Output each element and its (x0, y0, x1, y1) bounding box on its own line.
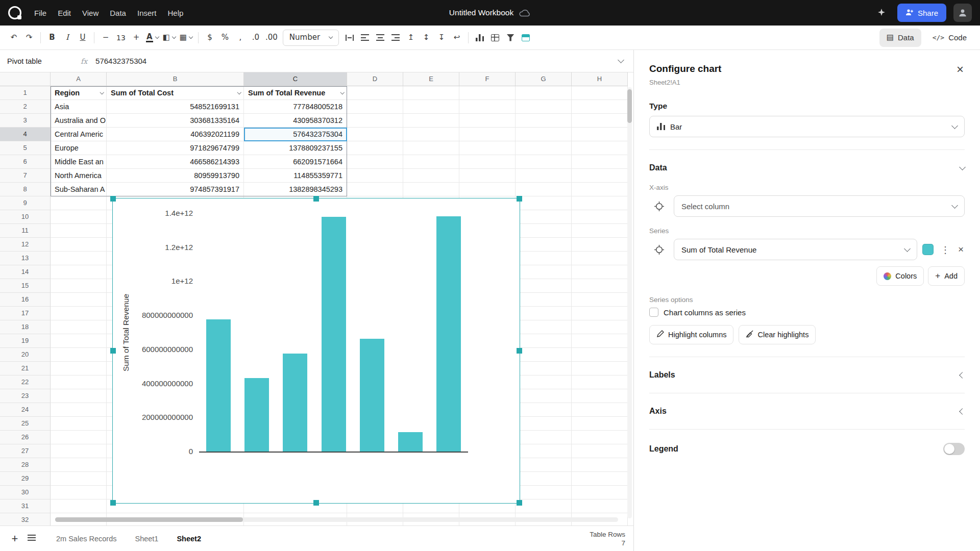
column-header-B[interactable]: B (107, 72, 244, 86)
cell-A19[interactable] (51, 334, 107, 348)
menu-edit[interactable]: Edit (52, 6, 77, 20)
cell-A22[interactable] (51, 375, 107, 389)
currency-format-button[interactable]: $ (202, 29, 217, 46)
cell-G26[interactable] (516, 431, 572, 444)
cell-H3[interactable] (572, 114, 628, 128)
cell-D8[interactable] (347, 183, 403, 196)
row-header-18[interactable]: 18 (0, 320, 51, 334)
labels-section-header[interactable]: Labels (649, 369, 965, 381)
cell-A18[interactable] (51, 320, 107, 334)
cell-C7[interactable]: 114855359771 (244, 169, 347, 183)
cell-G25[interactable] (516, 417, 572, 431)
row-header-19[interactable]: 19 (0, 334, 51, 348)
cell-A7[interactable]: North America (51, 169, 107, 183)
cell-G15[interactable] (516, 279, 572, 293)
row-header-9[interactable]: 9 (0, 196, 51, 210)
column-header-H[interactable]: H (572, 72, 628, 86)
merge-cells-button[interactable] (342, 29, 357, 46)
cell-F1[interactable] (459, 86, 516, 100)
cell-H13[interactable] (572, 252, 628, 265)
cell-H11[interactable] (572, 224, 628, 238)
chart-type-select[interactable]: Bar (649, 116, 965, 137)
underline-button[interactable]: U (75, 29, 90, 46)
align-right-button[interactable] (388, 29, 403, 46)
menu-file[interactable]: File (29, 6, 52, 20)
cell-H21[interactable] (572, 362, 628, 375)
row-header-25[interactable]: 25 (0, 417, 51, 431)
column-header-D[interactable]: D (347, 72, 403, 86)
cell-G10[interactable] (516, 210, 572, 224)
cell-A4[interactable]: Central Americ (51, 128, 107, 141)
cell-A11[interactable] (51, 224, 107, 238)
cell-A8[interactable]: Sub-Saharan A (51, 183, 107, 196)
row-header-17[interactable]: 17 (0, 307, 51, 320)
row-header-32[interactable]: 32 (0, 513, 51, 525)
add-series-button[interactable]: + Add (928, 266, 965, 286)
cell-H8[interactable] (572, 183, 628, 196)
cell-G1[interactable] (516, 86, 572, 100)
cell-C5[interactable]: 1378809237155 (244, 141, 347, 155)
name-box[interactable]: Pivot table (0, 57, 77, 65)
number-format-select[interactable]: Number (283, 30, 339, 46)
cell-H31[interactable] (572, 499, 628, 513)
cell-A28[interactable] (51, 458, 107, 472)
cell-A13[interactable] (51, 252, 107, 265)
row-header-16[interactable]: 16 (0, 293, 51, 307)
cell-H16[interactable] (572, 293, 628, 307)
cell-B3[interactable]: 303681335164 (107, 114, 244, 128)
menu-insert[interactable]: Insert (132, 6, 162, 20)
cell-B5[interactable]: 971829674799 (107, 141, 244, 155)
row-header-21[interactable]: 21 (0, 362, 51, 375)
cell-F4[interactable] (459, 128, 516, 141)
spreadsheet-grid[interactable]: ABCDEFGH 1RegionSum of Total CostSum of … (0, 72, 633, 525)
cell-G27[interactable] (516, 444, 572, 458)
cell-A1[interactable]: Region (51, 86, 107, 100)
column-dropdown-icon[interactable] (340, 90, 344, 94)
cell-E7[interactable] (403, 169, 459, 183)
row-header-23[interactable]: 23 (0, 389, 51, 403)
column-header-E[interactable]: E (403, 72, 459, 86)
cell-B7[interactable]: 80959913790 (107, 169, 244, 183)
legend-toggle[interactable] (943, 443, 965, 455)
cell-E1[interactable] (403, 86, 459, 100)
column-header-C[interactable]: C (244, 72, 347, 86)
cell-H25[interactable] (572, 417, 628, 431)
row-header-12[interactable]: 12 (0, 238, 51, 252)
add-sheet-button[interactable]: + (7, 532, 22, 545)
cell-G28[interactable] (516, 458, 572, 472)
valign-middle-button[interactable]: ↕ (419, 29, 434, 46)
app-logo-icon[interactable] (8, 6, 21, 19)
cell-D5[interactable] (347, 141, 403, 155)
cell-B2[interactable]: 548521699131 (107, 100, 244, 114)
cell-A27[interactable] (51, 444, 107, 458)
row-header-8[interactable]: 8 (0, 183, 51, 196)
cell-G20[interactable] (516, 348, 572, 362)
cell-H30[interactable] (572, 486, 628, 499)
cell-H23[interactable] (572, 389, 628, 403)
cell-E3[interactable] (403, 114, 459, 128)
cell-D1[interactable] (347, 86, 403, 100)
row-header-10[interactable]: 10 (0, 210, 51, 224)
menu-help[interactable]: Help (162, 6, 189, 20)
row-header-31[interactable]: 31 (0, 499, 51, 513)
chart-resize-handle[interactable] (313, 500, 319, 506)
series-menu-icon[interactable]: ⋮ (939, 244, 952, 255)
row-header-6[interactable]: 6 (0, 155, 51, 169)
cell-A3[interactable]: Australia and O (51, 114, 107, 128)
cell-G17[interactable] (516, 307, 572, 320)
cell-C2[interactable]: 777848005218 (244, 100, 347, 114)
cell-C3[interactable]: 430958370312 (244, 114, 347, 128)
row-header-3[interactable]: 3 (0, 114, 51, 128)
cell-A21[interactable] (51, 362, 107, 375)
filter-button[interactable] (503, 29, 518, 46)
menu-view[interactable]: View (77, 6, 104, 20)
align-left-button[interactable] (357, 29, 373, 46)
series-target-button[interactable] (649, 240, 669, 259)
cell-E6[interactable] (403, 155, 459, 169)
series-color-swatch[interactable] (922, 244, 934, 255)
embedded-bar-chart[interactable]: Sum of Total Revenue02000000000004000000… (112, 198, 520, 504)
cell-G29[interactable] (516, 472, 572, 486)
cell-G4[interactable] (516, 128, 572, 141)
cell-H20[interactable] (572, 348, 628, 362)
cell-C1[interactable]: Sum of Total Revenue (244, 86, 347, 100)
